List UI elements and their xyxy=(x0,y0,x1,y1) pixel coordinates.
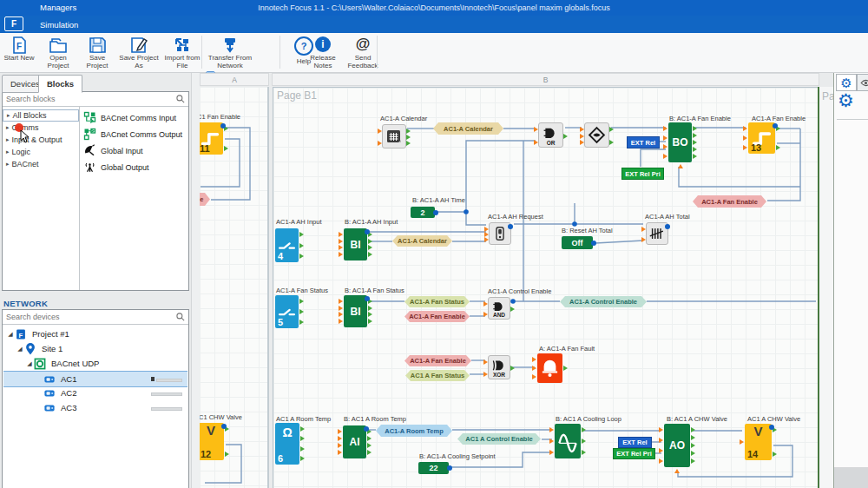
settings-gear-button[interactable]: ⚙ xyxy=(838,94,854,110)
input-port[interactable] xyxy=(641,237,646,242)
input-port[interactable] xyxy=(339,252,343,257)
search-devices-input[interactable] xyxy=(3,313,175,321)
input-port[interactable] xyxy=(483,312,488,317)
block-list-item-bacnet-comms-output[interactable]: BACnet Comms Output xyxy=(82,126,182,142)
input-port[interactable] xyxy=(743,126,747,131)
input-port[interactable] xyxy=(339,319,343,324)
tag-fan-status-2[interactable]: AC1 A Fan Status xyxy=(405,370,470,381)
output-port[interactable] xyxy=(367,436,372,441)
output-port[interactable] xyxy=(510,307,515,312)
ah-request-block[interactable] xyxy=(489,222,511,245)
output-port[interactable] xyxy=(367,450,372,455)
output-port[interactable] xyxy=(693,147,697,152)
input-port[interactable] xyxy=(549,450,554,455)
output-port[interactable] xyxy=(582,439,586,444)
output-port[interactable] xyxy=(693,140,697,145)
comparator-block[interactable] xyxy=(584,122,609,148)
fan-status-5-block[interactable]: 5 xyxy=(275,295,299,328)
input-port[interactable] xyxy=(378,129,382,134)
input-port[interactable] xyxy=(659,448,663,453)
output-port[interactable] xyxy=(224,146,228,151)
output-port[interactable] xyxy=(691,443,695,448)
diagram-canvas[interactable]: A B Page B1 Pa AC1 Fan Enable11AC1-A Cal… xyxy=(200,73,868,488)
block-list-item-global-output[interactable]: Global Output xyxy=(82,159,149,175)
input-port[interactable] xyxy=(663,126,667,131)
tree-expander-icon[interactable]: ◢ xyxy=(7,331,14,338)
input-port[interactable] xyxy=(580,134,584,139)
output-port[interactable] xyxy=(300,426,305,432)
tab-settings[interactable]: ⚙ xyxy=(836,74,857,91)
ah-input-4-block[interactable]: 4 xyxy=(275,228,299,262)
import-from-file-button[interactable]: Import from File xyxy=(163,35,201,70)
room-temp-6-block[interactable]: Ω6 xyxy=(275,423,299,465)
output-port[interactable] xyxy=(299,232,304,237)
tag-ext-rel-1[interactable]: EXT Rel xyxy=(627,136,660,148)
cooling-loop-block[interactable] xyxy=(555,424,581,458)
output-port[interactable] xyxy=(510,366,515,371)
output-port[interactable] xyxy=(368,319,372,324)
output-port[interactable] xyxy=(368,245,372,250)
search-blocks-input[interactable] xyxy=(3,95,175,103)
output-port[interactable] xyxy=(299,243,304,248)
input-port[interactable] xyxy=(580,127,584,132)
open-project-button[interactable]: Open Project xyxy=(38,35,78,70)
calendar-block[interactable] xyxy=(382,124,406,148)
output-port[interactable] xyxy=(563,134,568,139)
chw-valve-hw-12-block[interactable]: V12 xyxy=(200,423,224,460)
output-port[interactable] xyxy=(368,306,372,311)
block-tree-item-comms[interactable]: ▸Comms xyxy=(3,122,79,134)
fan-fault-alarm-block[interactable] xyxy=(537,353,562,383)
tag-room-temp[interactable]: AC1-A Room Temp xyxy=(376,425,452,437)
output-port[interactable] xyxy=(773,452,777,457)
output-port[interactable] xyxy=(691,451,695,456)
output-port[interactable] xyxy=(693,133,697,138)
and-gate-block[interactable]: AND xyxy=(488,297,510,320)
tag-fan-enable-2[interactable]: AC1-A Fan Enable xyxy=(404,311,470,322)
ao-chw-valve-block[interactable]: AO xyxy=(664,424,690,467)
output-port[interactable] xyxy=(406,135,411,140)
bottom-input-port[interactable] xyxy=(678,164,683,168)
input-port[interactable] xyxy=(532,357,536,362)
output-port[interactable] xyxy=(582,427,586,432)
output-port[interactable] xyxy=(691,435,695,440)
ai-room-temp-block[interactable]: AI xyxy=(343,425,366,458)
input-port[interactable] xyxy=(580,140,584,145)
input-port[interactable] xyxy=(743,135,747,141)
input-port[interactable] xyxy=(659,427,663,432)
input-port[interactable] xyxy=(663,135,667,141)
tag-calendar-2[interactable]: AC1-A Calendar xyxy=(392,235,452,247)
tag-fan-status-1[interactable]: AC1-A Fan Status xyxy=(404,296,470,307)
tag-fan-enable-3[interactable]: AC1-A Fan Enable xyxy=(404,355,471,366)
bi-fan-status-block[interactable]: BI xyxy=(344,295,367,327)
input-port[interactable] xyxy=(338,436,342,441)
fan-enable-hw-output-block[interactable]: 11 xyxy=(200,122,223,155)
input-port[interactable] xyxy=(378,141,382,146)
block-tree-item-bacnet[interactable]: ▸BACnet xyxy=(3,158,79,170)
save-project-button[interactable]: Save Project xyxy=(80,35,115,70)
input-port[interactable] xyxy=(659,438,663,443)
block-list-item-bacnet-comms-input[interactable]: BACnet Comms Input xyxy=(82,109,176,126)
output-port[interactable] xyxy=(691,427,695,432)
output-port[interactable] xyxy=(406,141,411,146)
input-port[interactable] xyxy=(483,372,488,377)
input-port[interactable] xyxy=(549,427,554,432)
input-port[interactable] xyxy=(641,227,646,232)
output-port[interactable] xyxy=(691,458,695,464)
output-port[interactable] xyxy=(582,450,586,455)
fan-enable-out-13-block[interactable]: 13 xyxy=(748,122,775,154)
tag-ext-rel-2[interactable]: EXT Rel xyxy=(618,437,652,448)
input-port[interactable] xyxy=(339,306,343,311)
input-port[interactable] xyxy=(338,450,342,455)
or-gate-block[interactable]: OR xyxy=(538,122,563,148)
input-port[interactable] xyxy=(339,232,343,237)
block-tree-item-logic[interactable]: ▸Logic xyxy=(3,146,79,158)
output-port[interactable] xyxy=(225,452,229,457)
input-port[interactable] xyxy=(483,359,488,365)
output-port[interactable] xyxy=(368,312,372,317)
input-port[interactable] xyxy=(743,145,747,150)
input-port[interactable] xyxy=(339,239,343,244)
input-port[interactable] xyxy=(339,245,343,250)
input-port[interactable] xyxy=(338,443,342,448)
input-port[interactable] xyxy=(663,144,667,149)
bottom-input-port[interactable] xyxy=(674,469,680,473)
